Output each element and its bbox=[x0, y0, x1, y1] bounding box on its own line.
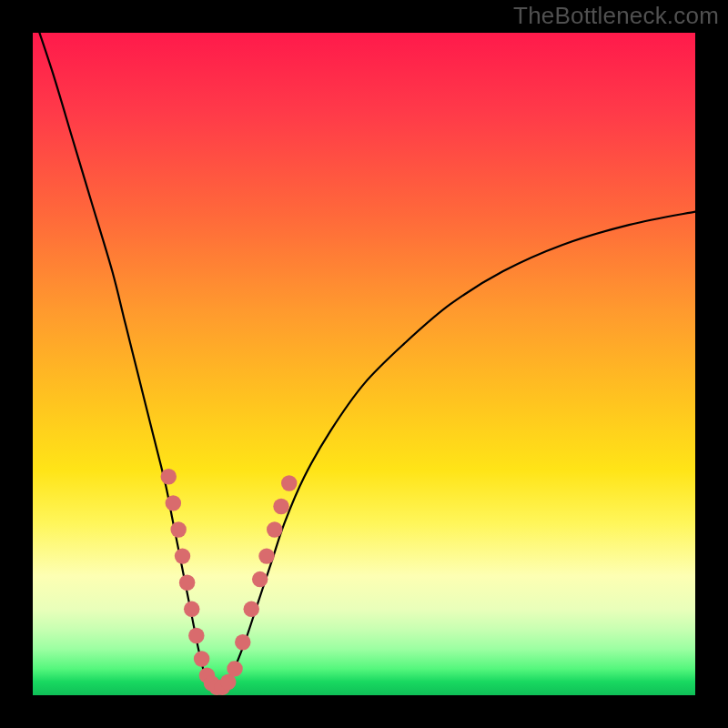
curve-marker bbox=[267, 521, 282, 537]
curve-marker bbox=[235, 634, 250, 650]
curve-marker bbox=[244, 602, 259, 617]
chart-svg bbox=[33, 33, 695, 695]
watermark-text: TheBottleneck.com bbox=[513, 2, 719, 30]
curve-marker bbox=[184, 602, 199, 617]
curve-marker bbox=[175, 548, 190, 563]
curve-marker bbox=[188, 628, 204, 643]
curve-marker bbox=[252, 571, 268, 587]
curve-marker bbox=[166, 495, 181, 511]
bottleneck-curve bbox=[33, 33, 695, 692]
curve-marker bbox=[258, 548, 274, 563]
chart-frame: TheBottleneck.com bbox=[0, 0, 728, 728]
plot-area bbox=[33, 33, 695, 695]
curve-marker bbox=[194, 651, 209, 666]
curve-marker bbox=[170, 521, 186, 537]
curve-marker bbox=[161, 469, 177, 484]
curve-marker bbox=[227, 661, 242, 676]
curve-marker bbox=[281, 475, 297, 490]
curve-marker bbox=[179, 575, 195, 591]
curve-markers bbox=[161, 469, 298, 695]
curve-marker bbox=[273, 499, 288, 514]
